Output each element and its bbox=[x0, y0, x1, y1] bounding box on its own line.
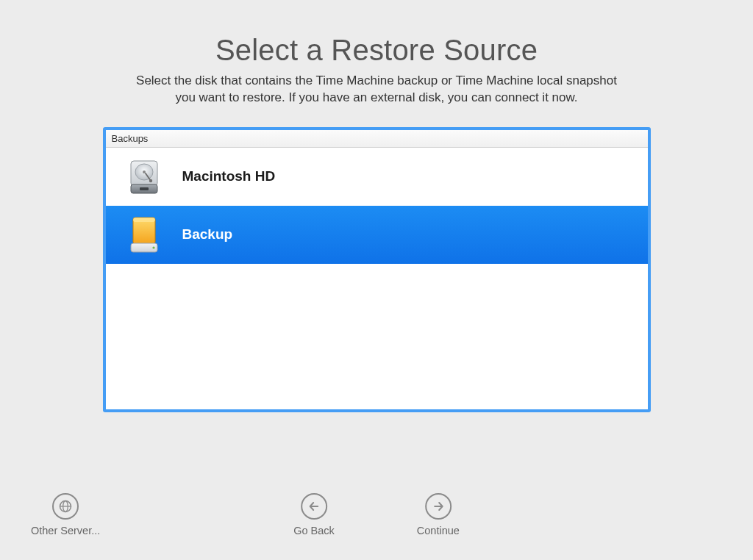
other-server-button[interactable]: Other Server... bbox=[31, 493, 100, 536]
page-subtitle: Select the disk that contains the Time M… bbox=[136, 73, 617, 107]
backup-row-label: Backup bbox=[182, 226, 233, 243]
continue-label: Continue bbox=[417, 525, 460, 536]
backup-row-label: Macintosh HD bbox=[182, 168, 276, 184]
subtitle-line-2: you want to restore. If you have an exte… bbox=[175, 90, 577, 104]
internal-hard-drive-icon bbox=[126, 156, 162, 197]
network-server-icon bbox=[52, 493, 79, 520]
subtitle-line-1: Select the disk that contains the Time M… bbox=[136, 73, 617, 87]
backup-row-backup[interactable]: Backup bbox=[106, 206, 648, 264]
svg-rect-7 bbox=[133, 218, 155, 222]
page-title: Select a Restore Source bbox=[215, 34, 538, 67]
go-back-button[interactable]: Go Back bbox=[293, 493, 335, 536]
arrow-left-icon bbox=[301, 493, 327, 520]
listbox-column-header[interactable]: Backups bbox=[106, 130, 648, 148]
backup-row-macintosh-hd[interactable]: Macintosh HD bbox=[106, 148, 648, 206]
backups-listbox: Backups bbox=[103, 127, 651, 412]
continue-button[interactable]: Continue bbox=[417, 493, 460, 536]
footer-actions: Other Server... Go Back bbox=[0, 493, 753, 536]
restore-source-window: Select a Restore Source Select the disk … bbox=[0, 0, 753, 560]
other-server-label: Other Server... bbox=[31, 525, 100, 536]
go-back-label: Go Back bbox=[293, 525, 335, 536]
svg-point-9 bbox=[152, 247, 154, 249]
external-hard-drive-icon bbox=[126, 214, 162, 255]
listbox-body: Macintosh HD bbox=[106, 148, 648, 409]
svg-rect-5 bbox=[140, 187, 149, 190]
arrow-right-icon bbox=[425, 493, 452, 520]
svg-point-3 bbox=[149, 179, 151, 182]
